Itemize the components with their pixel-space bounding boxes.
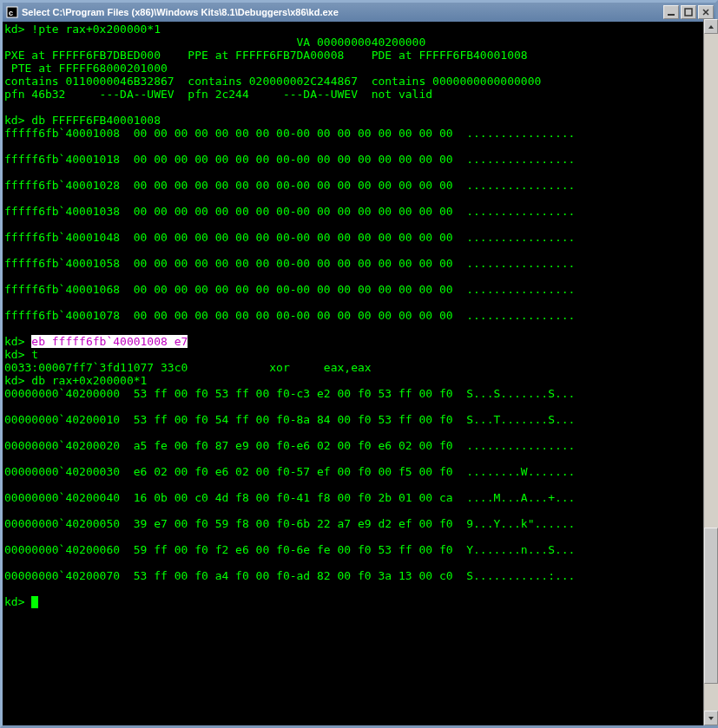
svg-rect-2 [668, 14, 675, 16]
close-button[interactable] [698, 5, 714, 19]
minimize-button[interactable] [663, 5, 679, 19]
svg-rect-3 [685, 9, 692, 16]
svg-text:c: c [9, 9, 13, 17]
scroll-thumb[interactable] [704, 528, 718, 683]
scroll-down-button[interactable] [704, 711, 718, 725]
titlebar[interactable]: c Select C:\Program Files (x86)\Windows … [3, 3, 715, 22]
vertical-scrollbar[interactable] [703, 19, 718, 725]
console-window: c Select C:\Program Files (x86)\Windows … [0, 0, 718, 728]
window-controls [663, 5, 714, 19]
app-icon: c [6, 6, 18, 18]
terminal-output[interactable]: kd> !pte rax+0x200000*1 VA 0000000040200… [3, 22, 715, 725]
window-title: Select C:\Program Files (x86)\Windows Ki… [22, 7, 663, 17]
scroll-up-button[interactable] [704, 19, 718, 34]
scroll-track[interactable] [704, 34, 718, 711]
maximize-button[interactable] [681, 5, 696, 19]
cursor [31, 596, 38, 608]
